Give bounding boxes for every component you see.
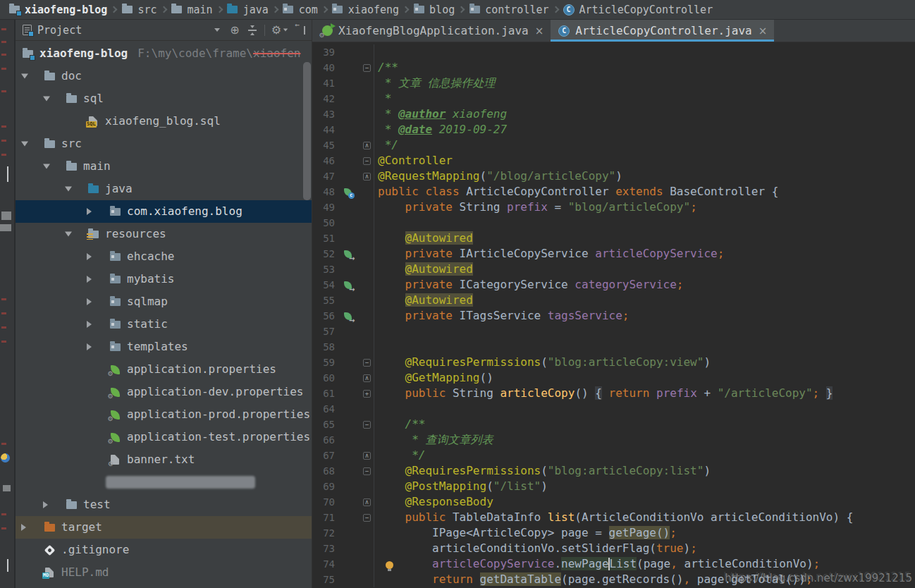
collapsed-arrow-icon[interactable] [87, 321, 92, 328]
code-editor[interactable]: 3940−/**41 * 文章 信息操作处理42 *43 * @author x… [312, 42, 915, 588]
fold-marker-start[interactable]: − [363, 467, 371, 475]
code-text[interactable]: articleCopyService.newPageList(page, art… [374, 556, 915, 572]
code-text[interactable]: * @author xiaofeng [374, 106, 915, 122]
code-text[interactable] [374, 44, 915, 60]
tree-item-banner-txt[interactable]: ⚙banner.txt [16, 448, 312, 471]
expanded-arrow-icon[interactable] [43, 97, 50, 102]
code-line-58[interactable]: 58 [312, 339, 915, 355]
code-text[interactable] [374, 401, 915, 417]
tree-item-src[interactable]: src [16, 133, 312, 155]
code-text[interactable]: * @date 2019-09-27 [374, 122, 915, 137]
project-scrollbar-thumb[interactable] [303, 62, 311, 200]
tree-item-static[interactable]: static [16, 313, 312, 336]
code-text[interactable]: * [374, 91, 915, 106]
code-text[interactable]: @PostMapping("/list") [374, 479, 915, 494]
code-line-74[interactable]: 74 articleCopyService.newPageList(page, … [312, 556, 915, 572]
breadcrumb-item-controller[interactable]: controller [465, 0, 552, 19]
code-text[interactable]: @Controller [374, 153, 915, 169]
tree-item-gitignore[interactable]: .gitignore [16, 539, 312, 561]
code-text[interactable]: @Autowired [374, 231, 915, 246]
code-text[interactable]: public class ArticleCopyController exten… [374, 184, 915, 200]
expanded-arrow-icon[interactable] [65, 232, 72, 237]
code-line-72[interactable]: 72 IPage<ArticleCopy> page = getPage(); [312, 525, 915, 541]
code-line-73[interactable]: 73 articleConditionVo.setSliderFlag(true… [312, 541, 915, 556]
tree-item-templates[interactable]: templates [16, 336, 312, 358]
code-text[interactable]: @RequiresPermissions("blog:articleCopy:v… [374, 355, 915, 370]
spring-bean-class-gutter-icon[interactable]: c [341, 186, 354, 197]
breadcrumb-item-blog[interactable]: blog [409, 0, 458, 19]
breadcrumb-item-main[interactable]: main [167, 0, 216, 19]
collapsed-arrow-icon[interactable] [87, 276, 92, 283]
tree-item-censored[interactable] [16, 471, 312, 494]
code-line-60[interactable]: 60∧ @GetMapping() [312, 370, 915, 386]
code-text[interactable]: private ICategoryService categoryService… [374, 277, 915, 293]
code-line-51[interactable]: 51 @Autowired [312, 231, 915, 246]
code-text[interactable]: * 文章 信息操作处理 [374, 75, 915, 91]
code-line-53[interactable]: 53 @Autowired [312, 262, 915, 277]
code-text[interactable]: @GetMapping() [374, 370, 915, 386]
breadcrumb-item-articlecopycontroller[interactable]: CArticleCopyController [559, 0, 717, 19]
collapsed-arrow-icon[interactable] [21, 524, 26, 531]
breadcrumb-item-xiaofeng[interactable]: xiaofeng [328, 0, 403, 19]
tree-item-mybatis[interactable]: mybatis [16, 268, 312, 290]
fold-marker-end[interactable]: ∧ [363, 173, 371, 180]
tab-xiaofengblogapplication-java[interactable]: ⚙XiaofengBlogApplication.java× [314, 20, 551, 42]
breadcrumb-item-com[interactable]: com [278, 0, 321, 19]
collapsed-arrow-icon[interactable] [43, 501, 48, 508]
code-text[interactable]: * 查询文章列表 [374, 432, 915, 448]
tab-articlecopycontroller-java[interactable]: CArticleCopyController.java× [551, 20, 774, 42]
code-line-45[interactable]: 45∧ */ [312, 137, 915, 153]
code-line-55[interactable]: 55 @Autowired [312, 293, 915, 308]
breadcrumb-item-src[interactable]: src [117, 0, 160, 19]
code-line-54[interactable]: 54→ private ICategoryService categorySer… [312, 277, 915, 293]
code-text[interactable] [374, 324, 915, 339]
code-line-57[interactable]: 57 [312, 324, 915, 339]
close-tab-icon[interactable]: × [535, 25, 544, 37]
code-text[interactable]: /** [374, 60, 915, 75]
fold-marker-end[interactable]: ∧ [363, 374, 371, 382]
tree-item-help-md[interactable]: MDHELP.md [16, 561, 312, 584]
code-line-71[interactable]: 71− public TableDataInfo list(ArticleCon… [312, 510, 915, 525]
tree-item-application-test-properties[interactable]: ⚙application-test.properties [16, 426, 312, 448]
code-line-59[interactable]: 59− @RequiresPermissions("blog:articleCo… [312, 355, 915, 370]
tree-item-sql[interactable]: sql [16, 87, 312, 110]
breadcrumb-item-java[interactable]: java [223, 0, 272, 19]
code-text[interactable]: @Autowired [374, 293, 915, 308]
collapse-all-icon[interactable] [247, 25, 258, 36]
fold-marker-end[interactable]: ∧ [363, 142, 371, 149]
close-tab-icon[interactable]: × [759, 25, 768, 37]
collapsed-arrow-icon[interactable] [87, 298, 92, 305]
code-line-61[interactable]: 61+ public String articleCopy() { return… [312, 386, 915, 401]
tree-item-application-dev-properties[interactable]: ⚙application-dev.properties [16, 381, 312, 403]
fold-marker-end[interactable]: ∧ [363, 452, 371, 460]
expanded-arrow-icon[interactable] [21, 142, 28, 147]
code-line-47[interactable]: 47∧@RequestMapping("/blog/articleCopy") [312, 169, 915, 184]
code-text[interactable]: @RequiresPermissions("blog:articleCopy:l… [374, 463, 915, 479]
tree-item-doc[interactable]: doc [16, 65, 312, 87]
fold-marker-start[interactable]: − [363, 514, 371, 522]
code-line-50[interactable]: 50 [312, 215, 915, 231]
fold-marker-start[interactable]: − [363, 64, 371, 72]
collapsed-arrow-icon[interactable] [87, 208, 92, 215]
code-text[interactable]: */ [374, 448, 915, 463]
code-line-44[interactable]: 44 * @date 2019-09-27 [312, 122, 915, 137]
code-line-40[interactable]: 40−/** [312, 60, 915, 75]
code-text[interactable]: private ITagsService tagsService; [374, 308, 915, 324]
code-text[interactable]: */ [374, 137, 915, 153]
code-line-66[interactable]: 66 * 查询文章列表 [312, 432, 915, 448]
fold-marker-start[interactable]: − [363, 421, 371, 429]
tree-item-resources[interactable]: resources [16, 223, 312, 245]
expanded-arrow-icon[interactable] [43, 164, 50, 169]
tree-item-sqlmap[interactable]: sqlmap [16, 290, 312, 313]
code-text[interactable]: @Autowired [374, 262, 915, 277]
fold-marker-plus[interactable]: + [363, 390, 371, 398]
code-text[interactable]: private String prefix = "blog/articleCop… [374, 200, 915, 215]
fold-marker-end[interactable]: ∧ [363, 498, 371, 506]
code-line-41[interactable]: 41 * 文章 信息操作处理 [312, 75, 915, 91]
collapsed-arrow-icon[interactable] [87, 343, 92, 350]
expanded-arrow-icon[interactable] [21, 74, 28, 79]
view-options-caret-icon[interactable] [211, 25, 223, 36]
code-line-69[interactable]: 69 @PostMapping("/list") [312, 479, 915, 494]
code-line-46[interactable]: 46−@Controller [312, 153, 915, 169]
code-text[interactable]: /** [374, 417, 915, 432]
